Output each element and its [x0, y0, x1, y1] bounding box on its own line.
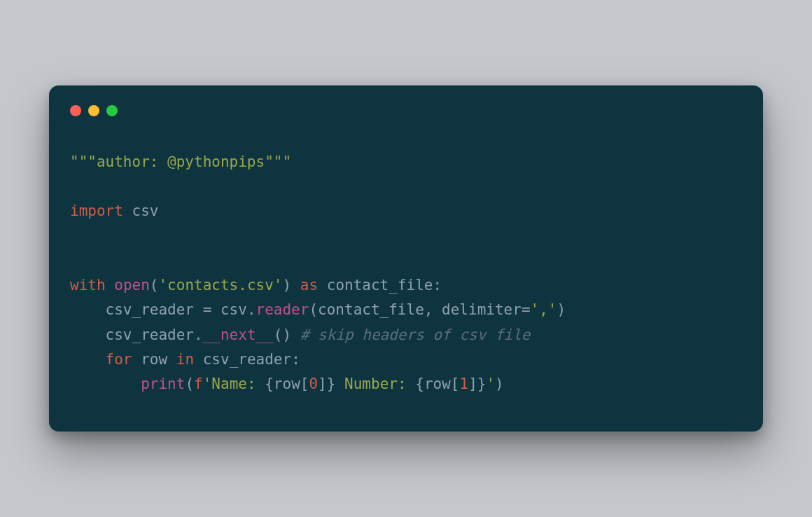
minimize-icon[interactable]	[88, 105, 99, 116]
colon: :	[433, 277, 442, 294]
iter-name: csv_reader	[203, 351, 291, 368]
indent	[70, 375, 141, 392]
lbrace: {	[265, 375, 274, 392]
with-keyword: with	[70, 277, 106, 294]
index: 1	[459, 375, 468, 392]
dot: .	[194, 326, 203, 343]
colon: :	[291, 351, 300, 368]
equals: =	[522, 301, 531, 318]
indent	[70, 351, 106, 368]
rbrace: }	[327, 375, 336, 392]
space	[318, 277, 327, 294]
lparen: (	[309, 301, 318, 318]
space	[132, 351, 141, 368]
fprefix: f	[194, 375, 203, 392]
for-keyword: for	[106, 351, 132, 368]
space	[167, 351, 176, 368]
string-arg: 'contacts.csv'	[158, 277, 282, 294]
loop-var: row	[141, 351, 167, 368]
index: 0	[309, 375, 318, 392]
module-name: csv	[123, 202, 159, 219]
traffic-lights	[70, 105, 742, 116]
space	[194, 351, 203, 368]
rbracket: ]	[468, 375, 477, 392]
obj-ref: csv_reader	[106, 326, 194, 343]
lbracket: [	[451, 375, 460, 392]
arg: contact_file	[318, 301, 424, 318]
space	[106, 277, 115, 294]
code-window: """author: @pythonpips""" import csv wit…	[49, 85, 763, 432]
space	[291, 277, 300, 294]
equals: =	[203, 301, 212, 318]
rbracket: ]	[318, 375, 327, 392]
lparen: (	[150, 277, 159, 294]
reader-fn: reader	[256, 301, 309, 318]
dot: .	[247, 301, 256, 318]
maximize-icon[interactable]	[106, 105, 118, 116]
rparen: )	[556, 301, 566, 318]
quote: '	[203, 375, 212, 392]
var-name: csv_reader	[106, 301, 203, 318]
indent	[70, 301, 106, 318]
rparen: )	[495, 375, 504, 392]
in-keyword: in	[176, 351, 194, 368]
expr: row	[274, 375, 300, 392]
indent	[70, 326, 106, 343]
fstr-text: Number:	[335, 375, 415, 392]
rbrace: }	[477, 375, 486, 392]
comment: # skip headers of csv file	[300, 326, 531, 343]
print-fn: print	[141, 375, 185, 392]
open-fn: open	[114, 277, 150, 294]
lbracket: [	[300, 375, 309, 392]
expr: row	[424, 375, 451, 392]
kwarg-name: delimiter	[442, 301, 522, 318]
code-block: """author: @pythonpips""" import csv wit…	[70, 150, 742, 397]
fstr-text: Name:	[211, 375, 265, 392]
parens: ()	[274, 326, 300, 343]
next-fn: __next__	[203, 326, 274, 343]
var-name: contact_file	[327, 277, 433, 294]
lbrace: {	[415, 375, 424, 392]
comma: ,	[424, 301, 442, 318]
as-keyword: as	[300, 277, 318, 294]
import-keyword: import	[70, 202, 123, 219]
string-val: ','	[531, 301, 557, 318]
close-icon[interactable]	[70, 105, 81, 116]
lparen: (	[185, 375, 194, 392]
docstring: """author: @pythonpips"""	[70, 153, 291, 170]
quote: '	[486, 375, 495, 392]
rparen: )	[282, 277, 291, 294]
module-ref: csv	[211, 301, 247, 318]
